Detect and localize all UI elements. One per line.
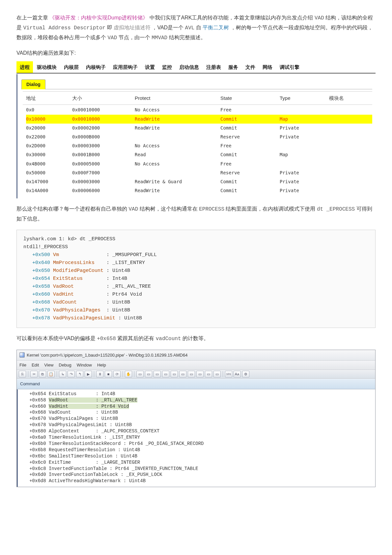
tab-dialog[interactable]: Dialog <box>21 79 45 89</box>
run-icon[interactable]: ▶ <box>85 371 92 377</box>
menu-window[interactable]: Window <box>77 361 92 369</box>
tab-item[interactable]: 网络 <box>259 61 276 73</box>
tab-item[interactable]: 设置 <box>142 61 158 73</box>
window-icon[interactable]: ▭ <box>154 371 161 377</box>
code-inline: AVL <box>185 25 195 31</box>
step-into-icon[interactable]: ↳ <box>59 371 66 377</box>
window-icon[interactable]: ▭ <box>171 371 178 377</box>
cell <box>135 133 220 141</box>
cell <box>329 151 349 159</box>
window-icon[interactable]: ▭ <box>136 371 144 377</box>
cell: Private <box>280 187 329 195</box>
tab-item[interactable]: 监控 <box>159 61 175 73</box>
copy-icon[interactable]: ⧉ <box>39 371 46 377</box>
font-icon[interactable]: Aᴀ <box>234 371 241 377</box>
paragraph-3: 可以看到在本系统中VAD的偏移是 +0x658 紧跟其后的还有 vadCount… <box>16 334 376 344</box>
tab-item[interactable]: 启动信息 <box>176 61 202 73</box>
tab-process[interactable]: 进程 <box>16 61 33 73</box>
section-subtitle: VAD结构的遍历效果如下: <box>16 48 376 58</box>
cut-icon[interactable]: ✂ <box>30 371 38 377</box>
article-link[interactable]: 《驱动开发：内核中实现Dump进程转储》 <box>49 15 148 20</box>
step-over-icon[interactable]: ↷ <box>68 371 75 377</box>
step-out-icon[interactable]: ↰ <box>76 371 83 377</box>
window-title: Kernel 'com:port=\\.\pipe\com_1,baud=115… <box>27 351 187 359</box>
cell: Commit <box>220 124 280 132</box>
cell: Private <box>280 133 329 141</box>
cell <box>329 115 349 123</box>
tabs-bar: 进程 驱动模块 内核层 内核钩子 应用层钩子 设置 监控 启动信息 注册表 服务… <box>16 61 376 73</box>
col-addr[interactable]: 地址 <box>26 94 72 102</box>
cell <box>329 160 349 168</box>
table-row[interactable]: 0x14A0000x00006000ReadWriteCommitPrivate <box>26 186 372 195</box>
cell: No Access <box>135 160 220 168</box>
table-row[interactable]: 0x500000x000F7000ReservePrivate <box>26 168 372 177</box>
open-icon[interactable]: ⎘ <box>19 371 26 377</box>
grid-header: 地址 大小 Protect State Type 模块名 <box>23 91 372 105</box>
cell <box>135 169 220 177</box>
text: 可以看到在本系统中VAD的偏移是 <box>16 336 97 341</box>
cell: ReadWrite <box>135 115 220 123</box>
window-icon[interactable]: ▭ <box>188 371 195 377</box>
hand-icon[interactable]: ✋ <box>125 371 132 377</box>
cell: Private <box>280 178 329 186</box>
table-row[interactable]: 0x4B0000x00005000No AccessFree <box>26 160 372 168</box>
col-state[interactable]: State <box>220 94 280 102</box>
menubar: File Edit View Debug Window Help <box>17 361 375 370</box>
options-icon[interactable]: ⚙ <box>242 371 249 377</box>
menu-debug[interactable]: Debug <box>59 361 71 369</box>
window-icon[interactable]: ▭ <box>196 371 204 377</box>
separator <box>57 371 57 377</box>
window-icon[interactable]: ▭ <box>162 371 169 377</box>
cell: Commit <box>220 115 280 123</box>
table-row[interactable]: 0x220000x0000B000ReservePrivate <box>26 132 372 141</box>
paste-icon[interactable]: 📋 <box>47 371 55 377</box>
window-icon[interactable]: ▭ <box>205 371 212 377</box>
cell <box>280 160 329 168</box>
menu-help[interactable]: Help <box>97 361 106 369</box>
menu-file[interactable]: File <box>19 361 26 369</box>
cell: 0x0000B000 <box>72 133 135 141</box>
table-row[interactable]: 0x2D0000x00003000No AccessFree <box>26 141 372 150</box>
text-gray: 虚拟地址描述符 <box>114 25 151 30</box>
text: 在上一篇文章 <box>16 15 49 20</box>
menu-edit[interactable]: Edit <box>32 361 39 369</box>
tab-item[interactable]: 调试引擎 <box>276 61 303 73</box>
col-protect[interactable]: Protect <box>135 94 220 102</box>
window-icon[interactable]: ▭ <box>145 371 152 377</box>
col-type[interactable]: Type <box>280 94 329 102</box>
link-baike[interactable]: 平衡二叉树 <box>203 25 229 30</box>
binary-icon[interactable]: 101 <box>225 371 232 377</box>
tab-item[interactable]: 驱动模块 <box>34 61 60 73</box>
table-row[interactable]: 0x00x00010000No AccessFree <box>26 105 372 114</box>
cell <box>280 142 329 150</box>
cell: 0x20000 <box>26 124 72 132</box>
cell: Free <box>220 142 280 150</box>
restart-icon[interactable]: ⟳ <box>113 371 121 377</box>
tab-item[interactable]: 应用层钩子 <box>110 61 141 73</box>
col-module[interactable]: 模块名 <box>329 94 349 102</box>
tab-item[interactable]: 内核钩子 <box>83 61 109 73</box>
table-row[interactable]: 0x200000x00002000ReadWriteCommitPrivate <box>26 124 372 132</box>
cell: No Access <box>135 106 220 114</box>
tab-item[interactable]: 内核层 <box>61 61 82 73</box>
table-row[interactable]: 0x100000x00010000ReadWriteCommitMap <box>26 115 372 124</box>
col-size[interactable]: 大小 <box>72 94 135 102</box>
stop-icon[interactable]: ■ <box>105 371 112 377</box>
tab-item[interactable]: 文件 <box>242 61 259 73</box>
cell: 0x00005000 <box>72 160 135 168</box>
cell: ReadWrite <box>135 124 220 132</box>
window-icon[interactable]: ▭ <box>179 371 186 377</box>
tab-item[interactable]: 注册表 <box>203 61 224 73</box>
window-icon[interactable]: ▭ <box>213 371 221 377</box>
cell <box>280 106 329 114</box>
table-row[interactable]: 0x1470000x00003000ReadWrite & GuardCommi… <box>26 177 372 186</box>
break-icon[interactable]: ⏸ <box>96 371 103 377</box>
command-output: +0x654 ExitStatus : Int4B +0x658 VadRoot… <box>17 389 375 487</box>
code-inline: Virtual Address Descriptor <box>23 25 105 31</box>
cell: Reserve <box>220 133 280 141</box>
table-row[interactable]: 0x300000x0001B000ReadCommitMap <box>26 150 372 159</box>
cell: Read <box>135 151 220 159</box>
menu-view[interactable]: View <box>44 361 53 369</box>
tab-item[interactable]: 服务 <box>225 61 241 73</box>
command-panel-header[interactable]: Command <box>17 379 375 389</box>
